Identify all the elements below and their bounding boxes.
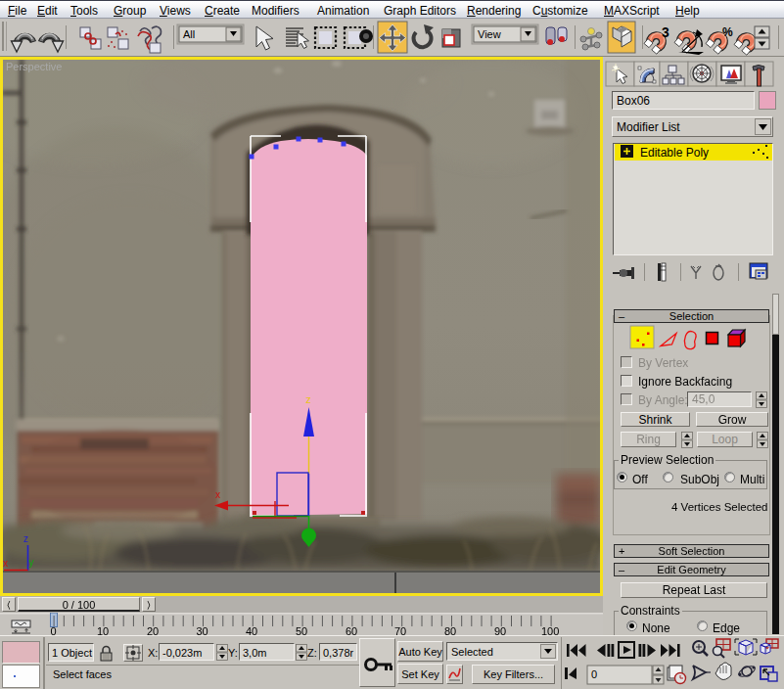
svg-text:All: All (183, 28, 195, 40)
svg-text:%: % (722, 25, 733, 39)
svg-text:x: x (215, 489, 220, 500)
svg-text:z: z (23, 533, 28, 544)
svg-text:View: View (478, 28, 501, 40)
svg-text:x: x (3, 558, 8, 569)
svg-text:3: 3 (662, 24, 669, 40)
svg-text:z: z (305, 393, 311, 405)
svg-text:0: 0 (591, 668, 597, 680)
svg-text:y: y (29, 557, 34, 568)
